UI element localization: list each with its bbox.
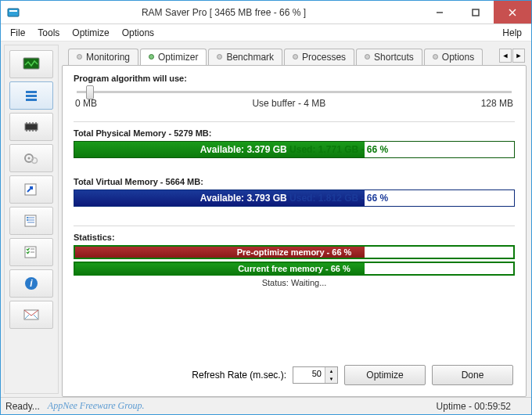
sidebar-shortcuts[interactable] xyxy=(9,175,53,204)
tab-scroll-right[interactable]: ► xyxy=(512,49,525,63)
tab-shortcuts[interactable]: Shortcuts xyxy=(356,49,422,65)
app-window: RAM Saver Pro [ 3465 MB free - 66 % ] Fi… xyxy=(0,0,532,415)
optimize-button[interactable]: Optimize xyxy=(344,365,426,385)
menu-file[interactable]: File xyxy=(4,26,31,40)
menu-optimize[interactable]: Optimize xyxy=(66,26,115,40)
svg-rect-8 xyxy=(26,95,37,97)
sidebar: i xyxy=(4,45,59,394)
physical-memory-group: Total Physical Memory - 5279 MB: Availab… xyxy=(74,128,515,158)
status-ready: Ready... xyxy=(5,401,40,412)
sidebar-mail[interactable] xyxy=(9,301,53,329)
current-free-bar: Current free memory - 66 % xyxy=(74,262,515,276)
status-text: Status: Waiting... xyxy=(74,278,515,287)
bullet-icon xyxy=(365,54,370,60)
sidebar-benchmark[interactable] xyxy=(9,113,53,141)
spin-down[interactable]: ▼ xyxy=(325,375,337,383)
tab-options[interactable]: Options xyxy=(424,49,483,65)
tab-benchmark[interactable]: Benchmark xyxy=(208,49,282,65)
algorithm-group: Program algorithm will use: 0 MB Use buf… xyxy=(74,74,515,109)
svg-point-28 xyxy=(27,219,28,221)
tab-monitoring[interactable]: Monitoring xyxy=(68,49,138,65)
sidebar-monitoring[interactable] xyxy=(9,50,53,78)
tab-strip: Monitoring Optimizer Benchmark Processes… xyxy=(62,46,527,65)
bullet-icon xyxy=(293,54,298,60)
bullet-icon xyxy=(217,54,222,60)
bullet-icon xyxy=(433,54,438,60)
tab-optimizer[interactable]: Optimizer xyxy=(140,49,207,65)
refresh-input[interactable]: 50 ▲▼ xyxy=(293,366,338,384)
main-panel: Monitoring Optimizer Benchmark Processes… xyxy=(62,42,531,397)
watermark: AppNee Freeware Group. xyxy=(48,400,145,412)
svg-rect-9 xyxy=(26,99,37,101)
svg-rect-1 xyxy=(9,10,17,12)
close-button[interactable] xyxy=(494,1,531,23)
algorithm-label: Program algorithm will use: xyxy=(74,74,515,83)
statistics-group: Statistics: Pre-optimize memory - 66 % C… xyxy=(74,233,515,287)
statusbar: Ready... AppNee Freeware Group. Uptime -… xyxy=(1,397,531,414)
physical-label: Total Physical Memory - 5279 MB: xyxy=(74,128,515,138)
virtual-memory-group: Total Virtual Memory - 5664 MB: Availabl… xyxy=(74,177,515,207)
slider-mid: Use buffer - 4 MB xyxy=(252,98,325,109)
stats-label: Statistics: xyxy=(74,233,515,242)
svg-rect-23 xyxy=(25,215,36,226)
sidebar-info[interactable]: i xyxy=(9,269,53,298)
maximize-button[interactable] xyxy=(458,1,494,23)
virtual-label: Total Virtual Memory - 5664 MB: xyxy=(74,177,515,186)
refresh-label: Refresh Rate (m.sec.): xyxy=(192,370,286,381)
menu-tools[interactable]: Tools xyxy=(31,26,66,40)
menu-help[interactable]: Help xyxy=(496,26,528,40)
sidebar-processes[interactable] xyxy=(9,144,53,172)
svg-point-27 xyxy=(27,217,28,218)
menu-options[interactable]: Options xyxy=(116,26,160,40)
virtual-bar: Available: 3.793 GB Used: 1.812 GB - 66 … xyxy=(74,189,515,207)
uptime: Uptime - 00:59:52 xyxy=(437,401,511,412)
menubar: File Tools Optimize Options Help xyxy=(1,24,531,42)
bullet-icon xyxy=(77,54,82,60)
svg-point-20 xyxy=(28,157,31,160)
spin-up[interactable]: ▲ xyxy=(325,367,337,375)
bullet-icon xyxy=(149,54,154,60)
sidebar-checklist[interactable] xyxy=(9,238,53,266)
tab-processes[interactable]: Processes xyxy=(284,49,354,65)
pre-optimize-bar: Pre-optimize memory - 66 % xyxy=(74,245,515,259)
svg-rect-7 xyxy=(26,91,37,93)
window-title: RAM Saver Pro [ 3465 MB free - 66 % ] xyxy=(26,7,422,18)
minimize-button[interactable] xyxy=(422,1,458,23)
sidebar-optimizer[interactable] xyxy=(9,81,53,110)
svg-rect-0 xyxy=(8,9,19,16)
slider-thumb[interactable] xyxy=(86,85,94,99)
sidebar-options[interactable] xyxy=(9,207,53,235)
slider-min: 0 MB xyxy=(75,98,97,109)
buffer-slider[interactable] xyxy=(77,91,512,93)
titlebar[interactable]: RAM Saver Pro [ 3465 MB free - 66 % ] xyxy=(1,1,531,24)
optimizer-panel: Program algorithm will use: 0 MB Use buf… xyxy=(62,65,527,397)
tab-scroll-left[interactable]: ◄ xyxy=(499,49,512,63)
physical-bar: Available: 3.379 GB Used: 1.771 GB - 66 … xyxy=(74,141,515,158)
app-icon xyxy=(7,6,20,19)
svg-rect-3 xyxy=(473,9,479,16)
svg-rect-10 xyxy=(25,124,38,130)
slider-max: 128 MB xyxy=(481,98,513,109)
bottom-bar: Refresh Rate (m.sec.): 50 ▲▼ Optimize Do… xyxy=(74,359,515,388)
done-button[interactable]: Done xyxy=(432,365,513,385)
